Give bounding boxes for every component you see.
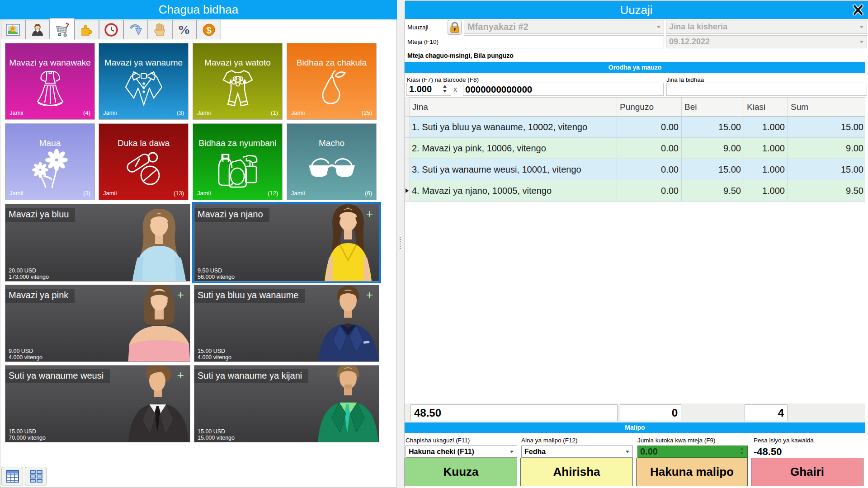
svg-text:$: $ — [206, 25, 212, 35]
svg-text:%: % — [178, 23, 190, 37]
